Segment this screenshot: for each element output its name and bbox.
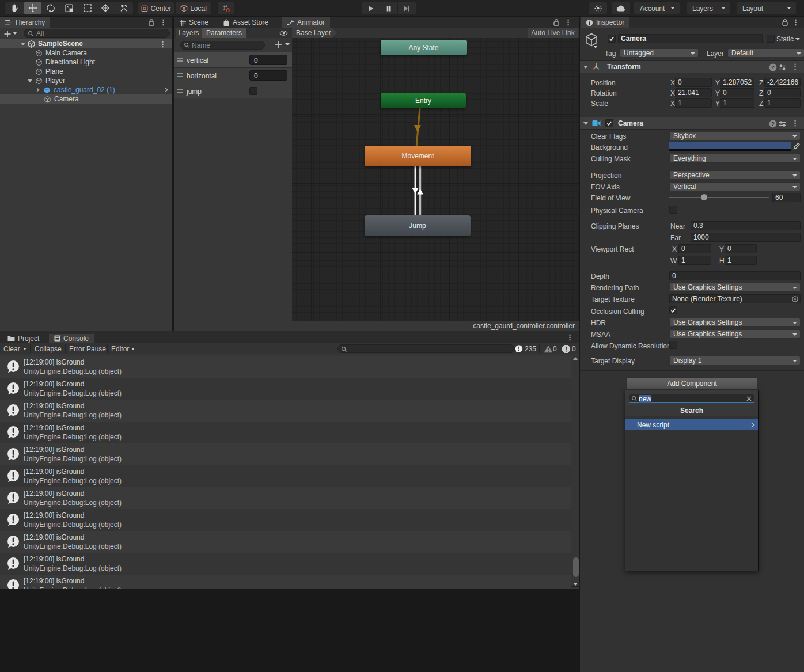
- svg-text:?: ?: [771, 64, 775, 70]
- svg-text:?: ?: [771, 120, 775, 127]
